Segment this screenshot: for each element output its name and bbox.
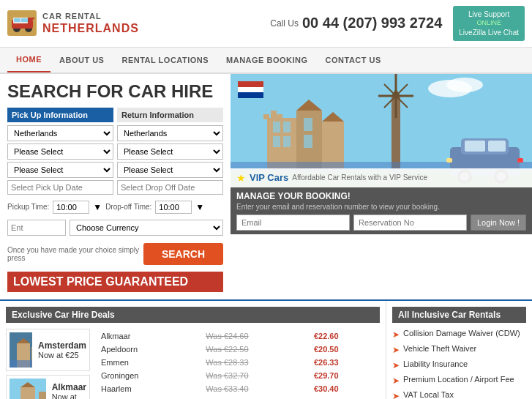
pickup-location[interactable]: Please Select xyxy=(7,162,113,178)
return-country[interactable]: Netherlands xyxy=(117,125,223,141)
list-item: Alkmaar Now at €25 xyxy=(6,375,90,399)
deal-new-price: €25.80 xyxy=(310,396,378,399)
return-date[interactable] xyxy=(117,180,223,195)
netherlands-flag xyxy=(238,81,263,98)
search-note: Once you have made your choice simply pr… xyxy=(7,246,143,262)
city-card-info: Amsterdam Now at €25 xyxy=(38,340,86,359)
inclusive-sidebar: All Inclusive Car Rentals ➤Collision Dam… xyxy=(386,301,532,399)
nav-about[interactable]: ABOUT US xyxy=(50,48,113,72)
svg-rect-4 xyxy=(14,18,20,22)
live-support-label: Live Support xyxy=(459,10,519,19)
dropoff-time-arrow[interactable]: ▼ xyxy=(195,202,204,212)
inclusive-item-label: VAT Local Tax xyxy=(403,390,454,399)
pickup-time-row: Pickup Time: ▼ xyxy=(7,201,102,214)
city-price: Now at €25 xyxy=(38,351,86,359)
extras-input[interactable] xyxy=(7,220,66,236)
city-name: Alkmaar xyxy=(52,382,86,392)
return-column: Return Information Netherlands Please Se… xyxy=(117,108,223,197)
table-row: Groningen Was €32.70 €29.70 xyxy=(97,370,378,381)
search-button[interactable]: SEARCH xyxy=(143,243,223,265)
list-item: Amsterdam Now at €25 xyxy=(6,329,90,371)
call-us: Call Us 00 44 (207) 993 2724 xyxy=(270,15,442,31)
svg-point-9 xyxy=(446,78,483,92)
alkmaar-image xyxy=(10,379,46,399)
arrow-icon: ➤ xyxy=(392,391,400,399)
currency-select[interactable]: Choose Currency xyxy=(70,220,223,236)
arrow-icon: ➤ xyxy=(392,360,400,370)
deal-city: Haarlem xyxy=(97,383,201,395)
deal-old-price: Was €33.40 xyxy=(202,383,309,395)
phone-number: 00 44 (207) 993 2724 xyxy=(302,15,442,31)
list-item: ➤VAT Local Tax xyxy=(392,390,526,399)
manage-reservation-input[interactable] xyxy=(353,215,467,231)
manage-booking-title: MANAGE YOUR BOOKING! xyxy=(236,191,526,201)
deal-city: Hoogeveen xyxy=(97,396,201,399)
right-panel: ★ VIP Cars Affordable Car Rentals with a… xyxy=(231,74,532,299)
inclusive-item-label: Premium Location / Airport Fee xyxy=(403,375,514,384)
svg-rect-50 xyxy=(10,360,32,368)
vip-text: VIP Cars xyxy=(250,172,288,183)
navigation: HOME ABOUT US RENTAL LOCATIONS MANAGE BO… xyxy=(0,48,532,74)
pickup-time-label: Pickup Time: xyxy=(7,203,49,211)
search-form: Pick Up Information Netherlands Please S… xyxy=(7,108,223,266)
manage-email-input[interactable] xyxy=(236,215,350,231)
deal-city: Emmen xyxy=(97,357,201,368)
table-row: Emmen Was €28.33 €26.33 xyxy=(97,357,378,368)
svg-marker-6 xyxy=(28,18,35,20)
deals-content: Amsterdam Now at €25 xyxy=(6,329,380,399)
live-support-button[interactable]: Live Support ONLINE LiveZilla Live Chat xyxy=(453,6,525,41)
nav-contact[interactable]: CONTACT US xyxy=(317,48,390,72)
manage-booking-desc: Enter your email and reservation number … xyxy=(236,203,526,211)
svg-rect-14 xyxy=(273,122,280,133)
search-panel: SEARCH FOR CAR HIRE Pick Up Information … xyxy=(0,74,231,299)
arrow-icon: ➤ xyxy=(392,345,400,355)
nav-manage-booking[interactable]: MANAGE BOOKING xyxy=(217,48,317,72)
city-cards: Amsterdam Now at €25 xyxy=(6,329,90,399)
svg-rect-17 xyxy=(283,136,291,147)
list-item: ➤Collision Damage Waiver (CDW) xyxy=(392,329,526,340)
deal-new-price: €29.70 xyxy=(310,370,378,381)
main-content: SEARCH FOR CAR HIRE Pick Up Information … xyxy=(0,74,532,299)
pickup-time-input[interactable] xyxy=(53,201,89,214)
return-location[interactable]: Please Select xyxy=(117,162,223,178)
manage-booking-form: Login Now ! xyxy=(236,215,526,231)
arrow-icon: ➤ xyxy=(392,376,400,386)
call-label: Call Us xyxy=(270,18,299,29)
header-right: Call Us 00 44 (207) 993 2724 Live Suppor… xyxy=(270,6,525,41)
car-rental-label: CAR RENTAL xyxy=(42,12,139,21)
pickup-time-arrow[interactable]: ▼ xyxy=(93,202,102,212)
svg-rect-5 xyxy=(21,18,28,22)
deal-old-price: Was €22.50 xyxy=(202,343,309,355)
manage-booking-section: MANAGE YOUR BOOKING! Enter your email an… xyxy=(231,187,532,234)
svg-rect-42 xyxy=(446,158,452,163)
online-label: ONLINE xyxy=(459,19,519,28)
deal-city: Apeldoorn xyxy=(97,343,201,355)
logo-icon xyxy=(7,10,37,36)
arrow-icon: ➤ xyxy=(392,329,400,340)
svg-rect-11 xyxy=(271,111,277,119)
deal-city: Alkmaar xyxy=(97,330,201,342)
city-price: Now at €25 xyxy=(52,392,86,399)
pickup-city[interactable]: Please Select xyxy=(7,143,113,160)
nav-rental-locations[interactable]: RENTAL LOCATIONS xyxy=(113,48,217,72)
search-title: SEARCH FOR CAR HIRE xyxy=(7,81,223,102)
time-row: Pickup Time: ▼ Drop-off Time: ▼ xyxy=(7,201,223,216)
dropoff-time-input[interactable] xyxy=(155,201,192,214)
svg-rect-21 xyxy=(304,135,312,148)
table-row: Alkmaar Was €24.60 €22.60 xyxy=(97,330,378,342)
pickup-date[interactable] xyxy=(7,180,113,195)
vip-star: ★ xyxy=(236,172,246,184)
inclusive-item-label: Vehicle Theft Waiver xyxy=(403,344,476,353)
nav-home[interactable]: HOME xyxy=(7,48,50,72)
deals-section: Exclusive Car Hire Deals xyxy=(0,301,386,399)
deal-new-price: €20.50 xyxy=(310,343,378,355)
pickup-column: Pick Up Information Netherlands Please S… xyxy=(7,108,113,197)
inclusive-item-label: Liability Insurance xyxy=(403,359,468,368)
table-row: Hoogeveen Was €26.80 €25.80 xyxy=(97,396,378,399)
login-button[interactable]: Login Now ! xyxy=(471,215,526,231)
hero-scene: ★ VIP Cars Affordable Car Rentals with a… xyxy=(231,74,532,187)
pickup-country[interactable]: Netherlands xyxy=(7,125,113,141)
deal-old-price: Was €28.33 xyxy=(202,357,309,368)
return-city[interactable]: Please Select xyxy=(117,143,223,160)
svg-rect-20 xyxy=(304,118,312,131)
